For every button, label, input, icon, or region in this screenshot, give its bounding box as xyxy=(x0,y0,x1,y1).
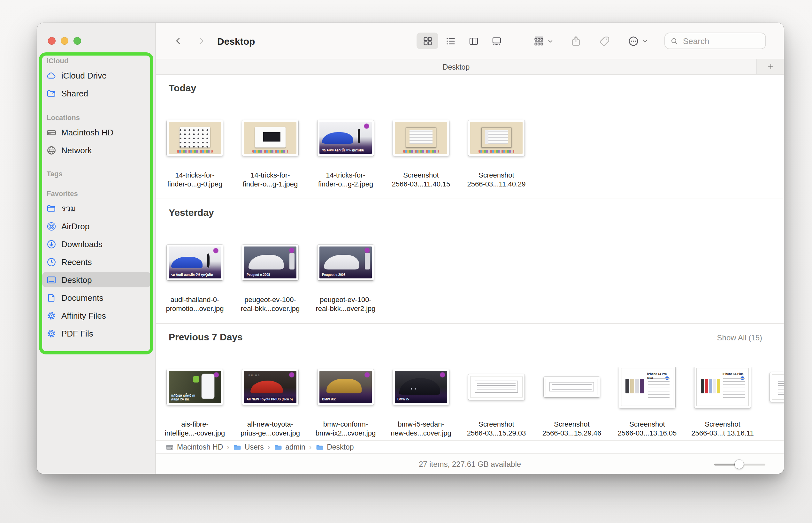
file-item[interactable]: iPhone 14 Pro MaxScreenshot2566-03...13.… xyxy=(610,367,685,438)
globe-icon xyxy=(46,145,57,156)
file-item[interactable]: Screenshot2566-03...15.29.46 xyxy=(534,367,610,438)
file-thumbnail: All NEW Toyota PRIUS (Gen 5) xyxy=(242,367,298,407)
group-by-button[interactable] xyxy=(533,35,553,47)
file-item[interactable]: 256 xyxy=(760,367,784,438)
file-item[interactable]: รถ Audi ดอกเบี้ย 0% ทุกรุ่นฮิต14-tricks-… xyxy=(308,118,383,189)
file-name-line: ais-fibre- xyxy=(158,419,232,429)
file-item[interactable]: Screenshot2566-03...11.40.15 xyxy=(383,118,459,189)
file-name: peugeot-ev-100-real-bkk...over2.jpg xyxy=(308,295,383,313)
share-button[interactable] xyxy=(570,35,582,47)
icon-size-slider[interactable] xyxy=(714,459,765,468)
thumbnail-caption: BMW iX2 xyxy=(322,397,370,401)
search-field[interactable] xyxy=(665,33,766,49)
sidebar-item-network[interactable]: Network xyxy=(42,142,151,158)
file-name-line: 2566-03...15.29.46 xyxy=(535,429,609,438)
desktop-icon xyxy=(46,274,57,285)
file-name: 256 xyxy=(761,419,784,438)
sidebar-item-recents[interactable]: Recents xyxy=(42,254,151,270)
thumbnail-frame xyxy=(468,374,525,400)
breadcrumb-label: Desktop xyxy=(327,443,354,451)
section-title: Today xyxy=(169,83,196,93)
sidebar-item-label: Documents xyxy=(61,293,104,302)
sidebar-section-title: iCloud xyxy=(42,56,151,65)
desktop-list2-thumbnail-image xyxy=(470,122,523,154)
sidebar-item-affinity-files[interactable]: Affinity Files xyxy=(42,308,151,323)
chevron-down-icon xyxy=(548,38,553,44)
more-actions-button[interactable] xyxy=(628,35,648,47)
search-input[interactable] xyxy=(682,35,760,46)
file-name-line: 14-tricks-for- xyxy=(308,170,383,180)
view-mode-segmented-control xyxy=(417,33,507,49)
icons-view-button[interactable] xyxy=(417,33,438,49)
file-name-line: bmw-conform- xyxy=(308,419,383,429)
file-name-line: 2566-03...11.40.29 xyxy=(459,180,533,189)
file-item[interactable]: iPhone 14 PlusScreenshot2566-03...t 13.1… xyxy=(685,367,760,438)
file-row: 14-tricks-for-finder-o...g-0.jpeg14-tric… xyxy=(156,118,784,189)
show-all-link[interactable]: Show All (15) xyxy=(717,333,762,342)
sidebar-item-label: Desktop xyxy=(61,275,92,285)
slider-knob[interactable] xyxy=(735,459,744,468)
file-item[interactable]: แก้ปัญหาเน็ตบ้าน ตลอด 24 ชม.ais-fibre-in… xyxy=(157,367,232,438)
peugeot-thumbnail-image: Peugeot e-2008 xyxy=(244,247,297,278)
sidebar-item-pdf-fils[interactable]: PDF Fils xyxy=(42,326,151,341)
sidebar: iCloudiCloud DriveSharedLocationsMacinto… xyxy=(37,23,156,474)
file-thumbnail xyxy=(468,367,525,407)
file-thumbnail: BMW i5 xyxy=(393,367,449,407)
columns-view-button[interactable] xyxy=(462,33,484,49)
thumbnail-frame xyxy=(468,120,525,156)
breadcrumb-item-macintosh-hd[interactable]: Macintosh HD xyxy=(165,443,223,451)
file-item[interactable]: 14-tricks-for-finder-o...g-0.jpeg xyxy=(157,118,232,189)
file-item[interactable]: BMW i5bmw-i5-sedan-new-des...cover.jpg xyxy=(383,367,459,438)
breadcrumb-item-admin[interactable]: admin xyxy=(274,443,305,451)
file-name-line: real-bkk...over2.jpg xyxy=(308,304,383,313)
iphone-promax-thumbnail-image: iPhone 14 Pro Max xyxy=(621,368,673,406)
file-item[interactable]: Peugeot e-2008peugeot-ev-100-real-bkk...… xyxy=(308,243,383,313)
tag-button[interactable] xyxy=(599,35,611,47)
breadcrumb-item-users[interactable]: Users xyxy=(233,443,264,451)
tab-desktop[interactable]: Desktop xyxy=(156,59,756,74)
file-name-line: peugeot-ev-100- xyxy=(233,295,307,304)
list-view-button[interactable] xyxy=(440,33,461,49)
sidebar-item-macintosh-hd[interactable]: Macintosh HD xyxy=(42,125,151,140)
file-item[interactable]: All NEW Toyota PRIUS (Gen 5)all-new-toyo… xyxy=(232,367,308,438)
iphone-plus-thumbnail-image: iPhone 14 Plus xyxy=(696,368,749,406)
sidebar-item-label: Recents xyxy=(61,257,92,267)
file-thumbnail: แก้ปัญหาเน็ตบ้าน ตลอด 24 ชม. xyxy=(167,367,223,407)
sidebar-nav: iCloudiCloud DriveSharedLocationsMacinto… xyxy=(37,23,155,341)
file-thumbnail xyxy=(393,118,449,158)
file-name: bmw-i5-sedan-new-des...cover.jpg xyxy=(384,419,458,438)
file-name: Screenshot2566-03...13.16.05 xyxy=(610,419,684,438)
sidebar-item-รวม[interactable]: รวม xyxy=(42,200,151,216)
thumbnail-caption: Peugeot e-2008 xyxy=(322,273,370,276)
sidebar-item-airdrop[interactable]: AirDrop xyxy=(42,218,151,234)
forward-button[interactable] xyxy=(197,35,206,47)
file-item[interactable]: Peugeot e-2008peugeot-ev-100-real-bkk...… xyxy=(232,243,308,313)
back-button[interactable] xyxy=(174,35,183,47)
file-item[interactable]: BMW iX2bmw-conform-bmw-ix2...cvoer.jpg xyxy=(308,367,383,438)
share-icon xyxy=(570,35,582,47)
breadcrumb-separator: › xyxy=(309,443,312,451)
file-name: Screenshot2566-03...15.29.46 xyxy=(535,419,609,438)
file-item[interactable]: Screenshot2566-03...15.29.03 xyxy=(459,367,534,438)
search-icon xyxy=(670,37,678,45)
file-item[interactable]: Screenshot2566-03...11.40.29 xyxy=(459,118,534,189)
peugeot-thumbnail-image: Peugeot e-2008 xyxy=(319,247,372,278)
sidebar-item-shared[interactable]: Shared xyxy=(42,86,151,101)
desktop-list-thumbnail-image xyxy=(395,122,447,154)
file-thumbnail: รถ Audi ดอกเบี้ย 0% ทุกรุ่นฮิต xyxy=(167,243,223,282)
file-name: 14-tricks-for-finder-o...g-1.jpeg xyxy=(233,170,307,189)
sidebar-item-documents[interactable]: Documents xyxy=(42,290,151,305)
sidebar-item-desktop[interactable]: Desktop xyxy=(42,272,151,287)
sidebar-item-icloud-drive[interactable]: iCloud Drive xyxy=(42,68,151,83)
sidebar-item-downloads[interactable]: Downloads xyxy=(42,236,151,252)
desktop-panel-thumbnail-image xyxy=(244,122,297,154)
file-name-line: Screenshot xyxy=(459,170,533,180)
breadcrumb-item-desktop[interactable]: Desktop xyxy=(315,443,354,451)
file-item[interactable]: รถ Audi ดอกเบี้ย 0% ทุกรุ่นฮิตaudi-thail… xyxy=(157,243,232,313)
status-bar: 27 items, 227.61 GB available xyxy=(156,453,784,474)
new-tab-button[interactable] xyxy=(756,59,784,74)
thumbnail-frame: BMW i5 xyxy=(393,369,449,405)
harddrive-icon xyxy=(46,127,57,138)
file-item[interactable]: 14-tricks-for-finder-o...g-1.jpeg xyxy=(232,118,308,189)
gallery-view-button[interactable] xyxy=(486,33,507,49)
